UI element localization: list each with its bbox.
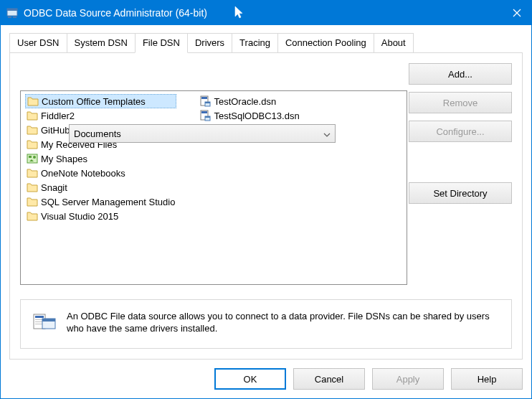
item-label: SQL Server Management Studio [41,197,175,207]
tab-drivers[interactable]: Drivers [187,33,232,53]
app-icon [6,7,18,19]
folder-column: Custom Office Templates Fiddler2 GitHub [25,94,176,223]
description-text: An ODBC File data source allows you to c… [67,310,500,335]
tab-connection-pooling[interactable]: Connection Pooling [277,33,374,53]
item-label: TestSqlODBC13.dsn [214,111,299,121]
folder-icon [27,182,38,193]
list-item[interactable]: SQL Server Management Studio [25,194,176,209]
folder-icon [27,210,38,222]
file-column: TestOracle.dsn TestSqlODBC13.dsn [198,94,300,123]
svg-rect-7 [29,156,32,158]
folder-icon [27,196,38,207]
description-box: An ODBC File data source allows you to c… [20,299,512,349]
shapes-folder-icon [27,153,38,164]
lookin-combo[interactable]: Documents [69,124,336,143]
dsn-file-icon [199,95,211,107]
tab-about[interactable]: About [374,33,414,53]
list-item[interactable]: Custom Office Templates [25,94,176,108]
tab-system-dsn[interactable]: System DSN [67,33,136,53]
folder-icon [27,124,38,136]
item-label: Custom Office Templates [42,96,146,107]
list-item[interactable]: Visual Studio 2015 [25,209,176,223]
svg-rect-16 [205,116,210,118]
tab-tracing[interactable]: Tracing [232,33,278,53]
item-label: OneNote Notebooks [41,168,125,179]
svg-rect-10 [201,97,207,99]
svg-rect-23 [42,319,55,321]
dsn-file-icon [199,110,211,121]
tab-page-file-dsn: Look in: Documents Add... Remove [9,52,523,360]
tab-user-dsn[interactable]: User DSN [9,33,67,53]
chevron-down-icon [323,128,331,139]
cancel-button[interactable]: Cancel [293,368,365,390]
item-label: Fiddler2 [41,111,75,121]
item-label: TestOracle.dsn [214,96,276,107]
add-button[interactable]: Add... [409,63,512,85]
window-frame: ODBC Data Source Administrator (64-bit) … [0,0,532,399]
svg-rect-18 [35,316,44,318]
list-item[interactable]: Fiddler2 [25,108,176,123]
file-area-row: Custom Office Templates Fiddler2 GitHub [20,90,512,285]
svg-point-8 [33,156,36,159]
folder-icon [27,95,39,107]
client-area: User DSN System DSN File DSN Drivers Tra… [1,25,531,398]
svg-rect-1 [7,9,17,11]
list-item[interactable]: TestSqlODBC13.dsn [198,108,300,123]
list-item[interactable]: OneNote Notebooks [25,166,176,180]
file-list[interactable]: Custom Office Templates Fiddler2 GitHub [20,90,407,285]
apply-button: Apply [372,368,444,390]
window-title: ODBC Data Source Administrator (64-bit) [24,7,503,19]
tab-strip: User DSN System DSN File DSN Drivers Tra… [9,33,523,53]
item-label: My Shapes [41,154,87,164]
list-item[interactable]: My Shapes [25,151,176,166]
item-label: Snagit [41,182,67,193]
list-item[interactable]: Snagit [25,180,176,194]
folder-icon [27,167,38,179]
svg-rect-14 [201,111,207,113]
folder-icon [27,139,38,150]
list-item[interactable]: TestOracle.dsn [198,94,300,108]
item-label: Visual Studio 2015 [41,211,118,222]
description-icon [32,310,57,335]
help-button[interactable]: Help [451,368,523,390]
lookin-value: Documents [74,128,121,139]
close-button[interactable] [503,1,531,25]
title-bar: ODBC Data Source Administrator (64-bit) [1,1,531,25]
ok-button[interactable]: OK [214,368,286,390]
svg-rect-12 [205,102,210,103]
svg-rect-6 [27,154,37,163]
svg-rect-2 [8,17,11,18]
dialog-button-bar: OK Cancel Apply Help [9,368,523,390]
tab-file-dsn[interactable]: File DSN [135,33,188,53]
folder-icon [27,110,38,121]
item-label: GitHub [41,125,70,136]
svg-rect-3 [13,17,16,18]
